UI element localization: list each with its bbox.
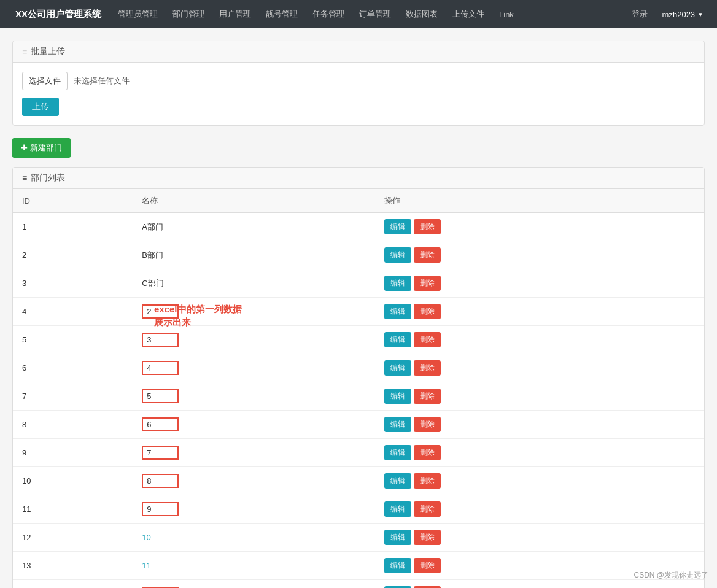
cell-action: 编辑删除	[375, 411, 704, 439]
cell-action: 编辑删除	[375, 467, 704, 495]
brand[interactable]: XX公司用户管理系统	[6, 9, 110, 20]
table-header-icon: ≡	[22, 173, 27, 183]
delete-button[interactable]: 删除	[414, 360, 441, 376]
inline-edit-box[interactable]: 3	[142, 333, 179, 347]
cell-action: 编辑删除	[375, 524, 704, 552]
cell-id: 10	[13, 467, 133, 495]
table-row: 86编辑删除	[13, 411, 704, 439]
edit-button[interactable]: 编辑	[384, 389, 411, 404]
inline-edit-box[interactable]: 7	[142, 446, 179, 460]
edit-button[interactable]: 编辑	[384, 501, 411, 517]
cell-id: 2	[13, 241, 133, 269]
table-row: 3C部门编辑删除	[13, 269, 704, 298]
edit-button[interactable]: 编辑	[384, 445, 411, 460]
dept-table-header: ≡ 部门列表	[13, 168, 704, 189]
delete-button[interactable]: 删除	[414, 501, 441, 517]
edit-button[interactable]: 编辑	[384, 276, 411, 291]
inline-edit-box[interactable]: 6	[142, 417, 179, 431]
delete-button[interactable]: 删除	[414, 332, 441, 347]
cell-name: A部门	[133, 213, 375, 241]
upload-button[interactable]: 上传	[22, 98, 59, 116]
cell-id: 13	[13, 552, 133, 580]
dept-table: ID 名称 操作 1A部门编辑删除2B部门编辑删除3C部门编辑删除42编辑删除5…	[13, 189, 704, 588]
cell-action: 编辑删除	[375, 269, 704, 298]
nav-item-order[interactable]: 订单管理	[352, 0, 398, 28]
cell-action: 编辑删除	[375, 213, 704, 241]
delete-button[interactable]: 删除	[414, 417, 441, 432]
cell-name: 2	[133, 298, 375, 326]
nav-item-admin[interactable]: 管理员管理	[110, 0, 165, 28]
inline-edit-box[interactable]: 9	[142, 502, 179, 516]
upload-panel-title: 批量上传	[31, 46, 65, 57]
navbar: XX公司用户管理系统 管理员管理 部门管理 用户管理 靓号管理 任务管理 订单管…	[0, 0, 717, 28]
inline-edit-box[interactable]: 8	[142, 474, 179, 488]
cell-name: 10	[133, 524, 375, 552]
table-row: 1A部门编辑删除	[13, 213, 704, 241]
main-content: ≡ 批量上传 选择文件 未选择任何文件 上传 ✚ 新建部门 ≡ 部门列表 ID …	[0, 28, 717, 588]
cell-id: 11	[13, 495, 133, 524]
nav-item-dept[interactable]: 部门管理	[165, 0, 212, 28]
nav-item-chart[interactable]: 数据图表	[398, 0, 445, 28]
delete-button[interactable]: 删除	[414, 304, 441, 319]
cell-name: 12	[133, 580, 375, 589]
delete-button[interactable]: 删除	[414, 389, 441, 404]
watermark: CSDN @发现你走远了	[634, 570, 708, 581]
table-row: 119编辑删除	[13, 495, 704, 524]
col-name: 名称	[133, 189, 375, 213]
cell-id: 4	[13, 298, 133, 326]
delete-button[interactable]: 删除	[414, 247, 441, 263]
delete-button[interactable]: 删除	[414, 558, 441, 573]
table-row: 53编辑删除	[13, 326, 704, 354]
cell-id: 8	[13, 411, 133, 439]
upload-panel-body: 选择文件 未选择任何文件 上传	[13, 63, 704, 125]
inline-edit-box[interactable]: 4	[142, 361, 179, 375]
cell-action: 编辑删除	[375, 382, 704, 411]
nav-item-user[interactable]: 用户管理	[212, 0, 258, 28]
file-upload-row: 选择文件 未选择任何文件	[22, 72, 695, 90]
nav-item-upload[interactable]: 上传文件	[445, 0, 492, 28]
table-row: 64编辑删除	[13, 354, 704, 382]
delete-button[interactable]: 删除	[414, 445, 441, 460]
chevron-down-icon: ▼	[697, 11, 703, 18]
choose-file-button[interactable]: 选择文件	[22, 72, 68, 90]
edit-button[interactable]: 编辑	[384, 247, 411, 263]
nav-item-vip[interactable]: 靓号管理	[258, 0, 305, 28]
cell-action: 编辑删除	[375, 241, 704, 269]
edit-button[interactable]: 编辑	[384, 530, 411, 545]
nav-item-link[interactable]: Link	[492, 0, 521, 28]
table-wrapper: ID 名称 操作 1A部门编辑删除2B部门编辑删除3C部门编辑删除42编辑删除5…	[13, 189, 704, 588]
upload-panel: ≡ 批量上传 选择文件 未选择任何文件 上传	[12, 41, 705, 126]
cell-id: 3	[13, 269, 133, 298]
name-link[interactable]: 11	[142, 561, 150, 570]
cell-id: 6	[13, 354, 133, 382]
inline-edit-box[interactable]: 2	[142, 304, 179, 319]
edit-button[interactable]: 编辑	[384, 473, 411, 489]
table-row: 1210编辑删除	[13, 524, 704, 552]
cell-name: 7	[133, 439, 375, 467]
edit-button[interactable]: 编辑	[384, 304, 411, 319]
cell-action: 编辑删除	[375, 495, 704, 524]
edit-button[interactable]: 编辑	[384, 332, 411, 347]
cell-action: 编辑删除	[375, 326, 704, 354]
table-row: 97编辑删除	[13, 439, 704, 467]
delete-button[interactable]: 删除	[414, 276, 441, 291]
nav-login[interactable]: 登录	[624, 9, 655, 20]
cell-id: 9	[13, 439, 133, 467]
table-row: 2B部门编辑删除	[13, 241, 704, 269]
edit-button[interactable]: 编辑	[384, 219, 411, 234]
upload-panel-header: ≡ 批量上传	[13, 41, 704, 63]
inline-edit-box[interactable]: 5	[142, 389, 179, 403]
edit-button[interactable]: 编辑	[384, 360, 411, 376]
edit-button[interactable]: 编辑	[384, 417, 411, 432]
cell-name: C部门	[133, 269, 375, 298]
nav-item-task[interactable]: 任务管理	[305, 0, 352, 28]
delete-button[interactable]: 删除	[414, 473, 441, 489]
dept-table-container: ≡ 部门列表 ID 名称 操作 1A部门编辑删除2B部门编辑删除3C部门编辑删除…	[12, 167, 705, 588]
delete-button[interactable]: 删除	[414, 219, 441, 234]
new-dept-button[interactable]: ✚ 新建部门	[12, 138, 71, 158]
delete-button[interactable]: 删除	[414, 530, 441, 545]
name-link[interactable]: 10	[142, 533, 150, 542]
nav-user[interactable]: mzh2023 ▼	[655, 10, 711, 19]
edit-button[interactable]: 编辑	[384, 558, 411, 573]
cell-id: 5	[13, 326, 133, 354]
